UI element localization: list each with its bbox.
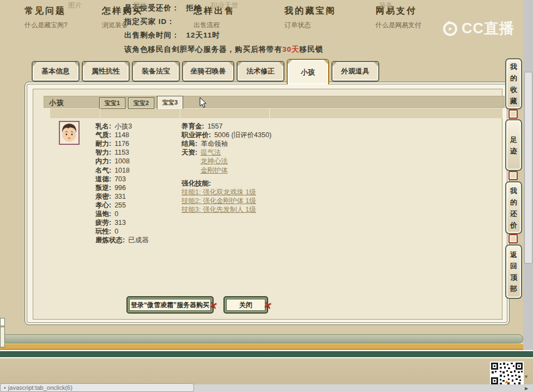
career-label: 养育金: [181, 122, 204, 130]
tab-equipment-treasure[interactable]: 装备法宝 [132, 61, 180, 82]
tab-mount-summon[interactable]: 坐骑召唤兽 [182, 61, 234, 82]
vertical-scrollbar-thumb[interactable] [524, 72, 532, 264]
stat-row: 孝心:255 [95, 201, 126, 210]
child-portrait [59, 121, 80, 145]
sale-info-label: 出售剩余时间： [124, 31, 180, 39]
window-bottom-ledge [2, 334, 523, 344]
login-server-buy-label: 登录“傲雪凌霜”服务器购买 [129, 299, 211, 311]
stat-label: 亲密: [95, 193, 111, 200]
status-text: javascript:tab_onclick(6) [8, 384, 72, 391]
stat-row: 叛逆:996 [95, 183, 126, 193]
qr-code [490, 362, 524, 385]
sidebar-footprints[interactable]: 足 迹 [505, 119, 522, 171]
skill-link[interactable]: 技能1: 强化双龙戏珠 1级 [181, 188, 256, 197]
stat-row: 亲密:331 [95, 192, 126, 201]
notice-highlight: 30天 [282, 45, 300, 53]
stat-value: 0 [114, 210, 118, 218]
career-row: 职业评价:5006 (旧评价4350) [181, 131, 271, 140]
sidebar-connector [508, 109, 518, 119]
skill-section-label-text: 强化技能: [181, 180, 211, 187]
sale-info-row: 出售剩余时间：12天11时 [124, 30, 220, 40]
notice-text-pre: 该角色移民自剑胆琴心服务器，购买后将带有 [124, 45, 282, 53]
footer-link-faq[interactable]: 什么是藏宝阁? [25, 21, 68, 30]
close-button-label: 关闭 [226, 299, 265, 311]
sidebar-my-counteroffer[interactable]: 我 的 还 价 [505, 181, 522, 234]
talent-label-text: 天资: [181, 149, 197, 156]
stat-label: 孝心: [95, 201, 111, 209]
stat-row: 内力:1008 [95, 157, 130, 166]
stat-label: 疲劳: [95, 219, 111, 226]
career-value: 1557 [208, 122, 223, 130]
sale-info-row: 指定买家 ID： [124, 17, 181, 27]
skill-section-label: 强化技能: [181, 179, 214, 188]
col-header-career-talent: 职业天资 [180, 1, 269, 10]
stat-label: 乳名: [95, 122, 111, 130]
section-title: 小孩 [49, 98, 64, 108]
notice-text-post: 移民锁 [300, 45, 324, 53]
stat-value: 已成器 [128, 236, 149, 244]
career-label: 职业评价: [181, 131, 211, 139]
stat-label: 叛逆: [95, 184, 111, 192]
stat-label: 道德: [95, 175, 111, 183]
close-button[interactable]: 关闭 ✕ [223, 296, 268, 314]
stat-row: 智力:1153 [95, 148, 129, 157]
stat-value: 1153 [114, 149, 129, 156]
cc-live-icon [441, 20, 459, 37]
stat-value: 1176 [114, 140, 129, 148]
tab-spell-correction[interactable]: 法术修正 [237, 61, 284, 82]
stat-label: 耐力: [95, 140, 111, 148]
tab-child[interactable]: 小孩 [287, 59, 329, 84]
green-divider [0, 350, 533, 358]
career-row: 养育金:1557 [181, 122, 222, 131]
sidebar-connector [508, 234, 518, 243]
stat-value: 331 [114, 193, 126, 200]
baby-tab-1[interactable]: 宝宝1 [99, 97, 125, 109]
baby-tab-3[interactable]: 宝宝3 [157, 96, 183, 109]
stat-value: 996 [114, 184, 126, 192]
sidebar-my-favorites[interactable]: 我 的 收 藏 [505, 58, 522, 109]
col-header-equipment: 装备 [269, 1, 502, 10]
talent-link[interactable]: 金刚护体 [201, 166, 228, 175]
stat-row: 乳名:小孩3 [95, 122, 132, 131]
login-server-buy-button[interactable]: 登录“傲雪凌霜”服务器购买 ✕ [126, 296, 214, 314]
tab-appearance-items[interactable]: 外观道具 [331, 61, 379, 82]
tab-attributes-resistance[interactable]: 属性抗性 [82, 61, 130, 82]
stat-row: 名气:1018 [95, 166, 130, 175]
skill-link[interactable]: 技能3: 强化先发制人 1级 [181, 205, 256, 215]
baby-tab-2[interactable]: 宝宝2 [128, 97, 154, 109]
dropdown-arrow-icon[interactable]: ▼ [524, 374, 529, 379]
stat-value: 255 [114, 201, 126, 209]
page: 是否接受还价：拒绝指定买家 ID：出售剩余时间：12天11时 该角色移民自剑胆琴… [0, 0, 533, 392]
career-label: 结局: [181, 140, 197, 148]
stat-row: 道德:703 [95, 175, 126, 184]
footer-link-how-to-buy[interactable]: 浏览装备 [102, 21, 128, 30]
talent-link[interactable]: 龙神心法 [201, 157, 228, 166]
stat-value: 0 [114, 228, 118, 235]
col-header-image: 图片 [50, 1, 100, 10]
sidebar-back-to-top[interactable]: 返 回 顶 部 [505, 244, 522, 299]
stat-value: 1148 [114, 131, 129, 139]
stat-row: 气质:1148 [95, 131, 129, 140]
talent-label: 天资: [181, 148, 201, 157]
stat-row: 疲劳:313 [95, 218, 126, 228]
footer-link-how-to-sell[interactable]: 出售流程 [193, 21, 220, 30]
left-edge-fragment [0, 327, 5, 347]
tab-basic-info[interactable]: 基本信息 [32, 61, 80, 82]
stat-label: 名气: [95, 167, 111, 174]
stat-label: 智力: [95, 149, 111, 156]
sale-info-value: 12天11时 [186, 31, 220, 39]
column-divider [100, 108, 100, 118]
stat-row: 磨炼状态:已成器 [95, 236, 149, 245]
stat-value: 小孩3 [114, 122, 132, 130]
scroll-right-icon[interactable]: ▶ [522, 384, 531, 392]
left-edge-fragment [0, 318, 5, 326]
footer-link-netease-pay[interactable]: 什么是网易支付 [375, 21, 421, 30]
stat-label: 玩性: [95, 228, 111, 235]
cc-live-label: CC直播 [462, 19, 514, 38]
stat-value: 313 [114, 219, 126, 226]
talent-link[interactable]: 提气法 [201, 148, 221, 157]
skill-link[interactable]: 技能2: 强化金刚护体 1级 [181, 197, 256, 206]
career-row: 结局:革命领袖 [181, 139, 228, 149]
migration-notice: 该角色移民自剑胆琴心服务器，购买后将带有30天移民锁 [124, 45, 323, 54]
footer-link-my-cbg[interactable]: 订单状态 [284, 21, 311, 30]
